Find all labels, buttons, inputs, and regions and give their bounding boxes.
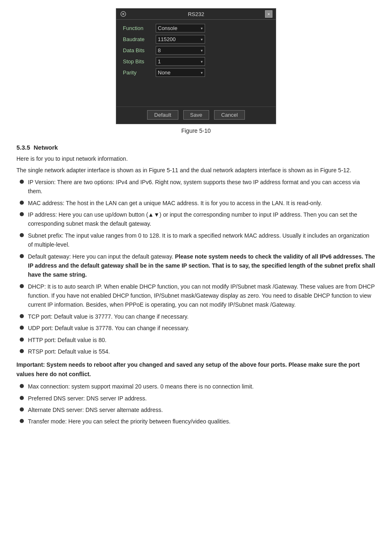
dialog-titlebar: RS232 × [116,9,276,20]
list-item: Default gateway: Here you can input the … [16,252,376,280]
list-item: Transfer mode: Here you can select the p… [16,417,376,426]
default-button[interactable]: Default [147,110,178,120]
bullet-text: Preferred DNS server: DNS server IP addr… [28,394,376,403]
bullet-text: IP Version: There are two options: IPv4 … [28,178,376,196]
section-intro1: Here is for you to input network informa… [16,154,376,163]
select-wrapper-1: 1152005760038400192009600 [156,35,205,44]
bullet-dot [20,349,24,353]
form-label-3: Stop Bits [123,58,156,65]
select-baudrate[interactable]: 1152005760038400192009600 [156,35,205,44]
bullet-text: TCP port: Default value is 37777. You ca… [28,312,376,321]
bullet-dot [20,314,24,318]
bullet-list-1: IP Version: There are two options: IPv4 … [16,178,376,356]
list-item: HTTP port: Default value is 80. [16,335,376,345]
form-row-parity: ParityNoneOddEven [123,68,269,77]
bullet-dot [20,180,24,184]
bullet-list-2: Max connection: system support maximal 2… [16,382,376,426]
bullet-dot [20,396,24,400]
figure-caption: Figure 5-10 [16,127,376,134]
bullet-text: Default gateway: Here you can input the … [28,252,376,280]
bullet-text: DHCP: It is to auto search IP. When enab… [28,282,376,310]
bullet-dot [20,419,24,423]
select-data-bits[interactable]: 8765 [156,46,205,55]
close-button[interactable]: × [265,10,272,18]
section-535: 5.3.5 Network Here is for you to input n… [16,144,376,426]
list-item: MAC address: The host in the LAN can get… [16,199,376,208]
list-item: Subnet prefix: The input value ranges fr… [16,231,376,250]
select-wrapper-4: NoneOddEven [156,68,205,77]
section-intro2: The single network adapter interface is … [16,166,376,175]
list-item: Preferred DNS server: DNS server IP addr… [16,394,376,403]
select-wrapper-2: 8765 [156,46,205,55]
form-row-function: FunctionConsolePTZTransparent [123,24,269,32]
important-block: Important: System needs to reboot after … [16,360,376,379]
list-item: Alternate DNS server: DNS server alterna… [16,405,376,414]
form-row-baudrate: Baudrate1152005760038400192009600 [123,35,269,44]
bullet-dot [20,384,24,388]
bullet-text: Max connection: system support maximal 2… [28,382,376,391]
save-button[interactable]: Save [183,110,210,120]
cancel-button[interactable]: Cancel [214,110,244,120]
dialog-body: FunctionConsolePTZTransparentBaudrate115… [116,20,276,106]
bullet-text: UDP port: Default value is 37778. You ca… [28,324,376,333]
bullet-dot [20,233,24,237]
form-row-data-bits: Data Bits8765 [123,46,269,55]
bullet-text: HTTP port: Default value is 80. [28,335,376,345]
select-function[interactable]: ConsolePTZTransparent [156,24,205,32]
list-item: Max connection: system support maximal 2… [16,382,376,391]
list-item: IP Version: There are two options: IPv4 … [16,178,376,196]
form-label-0: Function [123,25,156,31]
bullet-text: IP address: Here you can use up/down but… [28,210,376,229]
bullet-text: Alternate DNS server: DNS server alterna… [28,405,376,414]
bullet-dot [20,284,24,288]
select-wrapper-3: 12 [156,57,205,66]
list-item: UDP port: Default value is 37778. You ca… [16,324,376,333]
list-item: TCP port: Default value is 37777. You ca… [16,312,376,321]
bullet-text: RTSP port: Default value is 554. [28,347,376,356]
form-label-4: Parity [123,69,156,76]
dialog-footer: Default Save Cancel [116,106,276,124]
bullet-text: Subnet prefix: The input value ranges fr… [28,231,376,250]
select-stop-bits[interactable]: 12 [156,57,205,66]
bullet-dot [20,407,24,412]
bullet-text: Transfer mode: Here you can select the p… [28,417,376,426]
list-item: RTSP port: Default value is 554. [16,347,376,356]
bullet-dot [20,254,24,258]
dialog-icon [120,10,127,18]
form-label-2: Data Bits [123,47,156,53]
select-wrapper-0: ConsolePTZTransparent [156,24,205,32]
bullet-dot [20,212,24,216]
rs232-dialog: RS232 × FunctionConsolePTZTransparentBau… [116,8,276,124]
section-heading: 5.3.5 Network [16,144,376,151]
form-row-stop-bits: Stop Bits12 [123,57,269,66]
bullet-dot [20,326,24,330]
bullet-dot [20,201,24,205]
select-parity[interactable]: NoneOddEven [156,68,205,77]
dialog-title: RS232 [127,11,265,17]
bullet-text: MAC address: The host in the LAN can get… [28,199,376,208]
list-item: IP address: Here you can use up/down but… [16,210,376,229]
bullet-dot [20,338,24,342]
form-label-1: Baudrate [123,36,156,42]
dialog-wrapper: RS232 × FunctionConsolePTZTransparentBau… [16,8,376,124]
list-item: DHCP: It is to auto search IP. When enab… [16,282,376,310]
